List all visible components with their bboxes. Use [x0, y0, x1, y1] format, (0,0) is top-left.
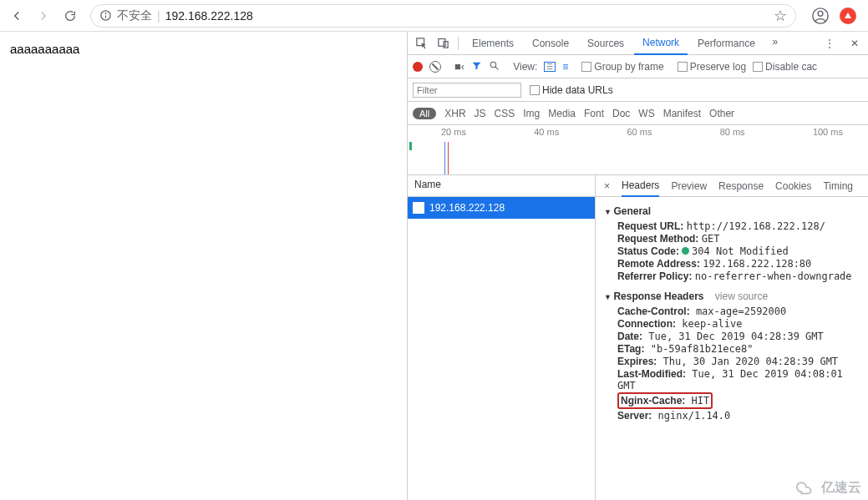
type-other[interactable]: Other: [709, 108, 734, 119]
response-header-value: Tue, 31 Dec 2019 04:28:39 GMT: [642, 331, 824, 342]
general-section-header[interactable]: General: [604, 205, 860, 217]
camera-icon[interactable]: ■‹: [454, 60, 464, 73]
devtools-menu-icon[interactable]: ⋮: [820, 33, 840, 53]
search-icon[interactable]: [489, 60, 500, 73]
detail-tab-timing[interactable]: Timing: [823, 180, 853, 192]
remote-address-label: Remote Address:: [617, 258, 700, 270]
reload-button[interactable]: [58, 4, 82, 28]
request-row[interactable]: 192.168.222.128: [408, 197, 595, 219]
response-header-key: Expires:: [617, 356, 657, 367]
type-all-pill[interactable]: All: [413, 108, 436, 119]
remote-address-value: 192.168.222.128:80: [703, 258, 811, 270]
response-header-key: ETag:: [617, 343, 644, 355]
address-bar[interactable]: 不安全 | 192.168.222.128 ☆: [90, 4, 796, 28]
close-detail-icon[interactable]: ×: [604, 180, 610, 192]
response-header-key: Server:: [617, 410, 652, 422]
hide-data-urls-checkbox[interactable]: Hide data URLs: [530, 84, 613, 96]
view-large-icon[interactable]: ☰: [544, 62, 556, 72]
response-header-value: max-age=2592000: [690, 306, 787, 317]
filter-icon[interactable]: [471, 60, 482, 73]
svg-point-8: [490, 62, 496, 68]
response-header-value: keep-alive: [676, 318, 742, 330]
response-header-value: HIT: [685, 395, 709, 407]
response-header-key: Date:: [617, 331, 642, 342]
tab-network[interactable]: Network: [634, 32, 688, 55]
request-list: Name 192.168.222.128: [408, 175, 596, 500]
status-code-label: Status Code:: [617, 245, 679, 257]
response-header-key: Last-Modified:: [617, 368, 686, 380]
devtools-close-icon[interactable]: ✕: [845, 33, 865, 53]
response-header-value: nginx/1.14.0: [652, 410, 730, 422]
device-toggle-icon[interactable]: [433, 33, 453, 53]
detail-tab-cookies[interactable]: Cookies: [775, 180, 811, 192]
type-xhr[interactable]: XHR: [444, 108, 465, 119]
domcontentloaded-line: [444, 142, 445, 174]
tab-performance[interactable]: Performance: [689, 32, 764, 55]
svg-rect-6: [438, 39, 444, 47]
devtools-panel: Elements Console Sources Network Perform…: [407, 32, 868, 500]
type-manifest[interactable]: Manifest: [663, 108, 701, 119]
request-method-label: Request Method:: [617, 233, 698, 245]
response-header-key: Connection:: [617, 318, 676, 330]
response-header-key: Nginx-Cache:: [621, 395, 685, 407]
security-label: 不安全: [117, 8, 152, 23]
type-img[interactable]: Img: [523, 108, 540, 119]
response-header-value: "b-59af81b21ece8": [644, 343, 753, 355]
view-label: View:: [513, 61, 537, 73]
tab-console[interactable]: Console: [524, 32, 577, 55]
page-text: aaaaaaaaaa: [10, 42, 79, 56]
status-code-value: 304 Not Modified: [692, 245, 789, 257]
response-header-key: Cache-Control:: [617, 306, 690, 317]
page-content: aaaaaaaaaa: [0, 32, 407, 500]
clear-icon[interactable]: [429, 61, 441, 73]
response-header-value: Thu, 30 Jan 2020 04:28:39 GMT: [657, 356, 838, 367]
tab-sources[interactable]: Sources: [579, 32, 632, 55]
forward-button[interactable]: [32, 4, 55, 28]
profile-avatar-icon[interactable]: [811, 7, 830, 25]
group-by-frame-checkbox[interactable]: Group by frame: [581, 61, 663, 73]
network-filter-row: Hide data URLs: [408, 78, 868, 102]
highlighted-header: Nginx-Cache: HIT: [617, 392, 713, 409]
devtools-top-bar: Elements Console Sources Network Perform…: [408, 32, 868, 55]
disable-cache-checkbox[interactable]: Disable cac: [753, 61, 817, 73]
view-source-link[interactable]: view source: [715, 290, 768, 302]
type-ws[interactable]: WS: [638, 108, 654, 119]
response-headers-section-header[interactable]: Response Headers view source: [604, 290, 860, 302]
network-type-row: All XHR JS CSS Img Media Font Doc WS Man…: [408, 102, 868, 125]
filter-input[interactable]: [413, 83, 521, 98]
svg-line-9: [495, 67, 498, 69]
load-line: [448, 142, 449, 174]
detail-tab-headers[interactable]: Headers: [622, 175, 659, 197]
tick: 80 ms: [720, 127, 745, 137]
detail-tab-preview[interactable]: Preview: [671, 180, 707, 192]
request-url-label: Request URL:: [617, 220, 683, 232]
request-name: 192.168.222.128: [429, 202, 505, 214]
type-media[interactable]: Media: [548, 108, 576, 119]
tick: 60 ms: [627, 127, 652, 137]
type-doc[interactable]: Doc: [612, 108, 630, 119]
inspect-element-icon[interactable]: [411, 33, 431, 53]
status-dot-icon: [682, 247, 689, 255]
network-toolbar: ■‹ View: ☰ ≡ Group by frame Preserve log…: [408, 55, 868, 78]
referrer-policy-value: no-referrer-when-downgrade: [695, 270, 852, 282]
record-icon[interactable]: [413, 62, 423, 72]
type-css[interactable]: CSS: [495, 108, 515, 119]
back-button[interactable]: [5, 4, 28, 28]
type-font[interactable]: Font: [584, 108, 604, 119]
detail-tab-response[interactable]: Response: [718, 180, 764, 192]
name-column-header[interactable]: Name: [408, 175, 595, 197]
network-overview[interactable]: 20 ms 40 ms 60 ms 80 ms 100 ms: [408, 125, 868, 175]
view-small-icon[interactable]: ≡: [562, 61, 568, 73]
request-bar: [409, 142, 412, 150]
preserve-log-checkbox[interactable]: Preserve log: [678, 61, 746, 73]
tick: 100 ms: [813, 127, 843, 137]
more-tabs-icon[interactable]: »: [765, 32, 785, 52]
extension-badge-icon[interactable]: [840, 8, 856, 24]
tick: 20 ms: [441, 127, 466, 137]
tab-elements[interactable]: Elements: [464, 32, 522, 55]
svg-point-4: [818, 11, 823, 16]
referrer-policy-label: Referrer Policy:: [617, 270, 692, 282]
bookmark-star-icon[interactable]: ☆: [774, 7, 787, 25]
type-js[interactable]: JS: [475, 108, 486, 119]
request-method-value: GET: [702, 233, 720, 245]
